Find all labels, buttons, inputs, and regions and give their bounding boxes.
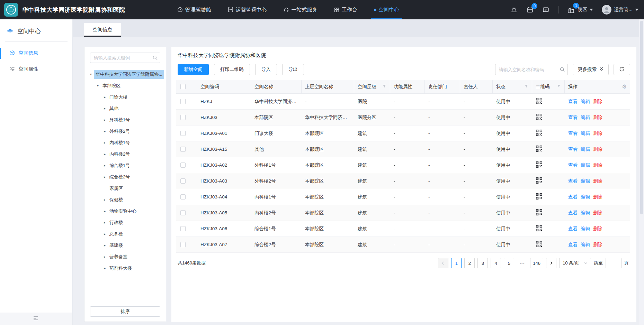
caret-right-icon[interactable]: ▸ — [102, 209, 108, 213]
tree-node[interactable]: ▸药剂科大楼 — [84, 262, 166, 274]
sidebar-collapse[interactable] — [0, 313, 72, 325]
page-size-select[interactable]: 10 条/页 — [559, 258, 591, 268]
next-page-button[interactable] — [546, 258, 556, 268]
view-link[interactable]: 查看 — [568, 242, 578, 247]
nav-item-workbench[interactable]: 工作台 — [334, 0, 357, 19]
caret-right-icon[interactable]: ▸ — [102, 141, 108, 145]
caret-down-icon[interactable]: ▾ — [88, 72, 94, 76]
tree-node-label[interactable]: 综合楼1号 — [108, 161, 132, 170]
caret-right-icon[interactable]: ▸ — [102, 255, 108, 259]
tree-node-label[interactable]: 药剂科大楼 — [108, 264, 134, 273]
pagination-page-146[interactable]: 146 — [530, 258, 543, 268]
more-search-button[interactable]: 更多搜索 — [573, 64, 609, 75]
view-link[interactable]: 查看 — [568, 226, 578, 231]
pagination-page-3[interactable]: 3 — [477, 258, 488, 268]
view-link[interactable]: 查看 — [568, 194, 578, 199]
prev-page-button[interactable] — [438, 258, 448, 268]
message-icon[interactable] — [542, 6, 549, 13]
delete-link[interactable]: 删除 — [593, 99, 602, 104]
calendar-icon[interactable]: 0 — [526, 6, 534, 13]
sidebar-item-space-info[interactable]: 空间信息 — [0, 45, 72, 61]
tree-node-label[interactable]: 本部院区 — [101, 81, 122, 90]
tab-space-info[interactable]: 空间信息 — [84, 23, 121, 37]
vertical-scrollbar[interactable] — [639, 19, 644, 325]
view-link[interactable]: 查看 — [568, 99, 578, 104]
tree-node-label[interactable]: 动物实验中心 — [108, 207, 138, 216]
row-checkbox[interactable] — [180, 162, 186, 168]
edit-link[interactable]: 编辑 — [581, 194, 590, 199]
edit-link[interactable]: 编辑 — [581, 147, 590, 152]
space-search-input[interactable] — [495, 64, 568, 75]
pagination-ellipsis[interactable]: ••• — [517, 258, 527, 268]
scrollbar-thumb[interactable] — [640, 21, 643, 214]
sort-button[interactable]: 排序 — [90, 306, 160, 317]
user-menu[interactable]: 运营管... — [602, 5, 638, 15]
qrcode-icon[interactable] — [536, 98, 543, 104]
add-space-button[interactable]: 新增空间 — [178, 64, 209, 75]
view-link[interactable]: 查看 — [568, 115, 578, 120]
tree-node[interactable]: ▸基建楼 — [84, 240, 166, 251]
qrcode-icon[interactable] — [536, 177, 543, 184]
caret-right-icon[interactable]: ▸ — [102, 243, 108, 247]
tree-node-label[interactable]: 门诊大楼 — [108, 93, 129, 102]
edit-link[interactable]: 编辑 — [581, 226, 590, 231]
filter-icon[interactable] — [382, 84, 386, 89]
qrcode-icon[interactable] — [536, 241, 543, 248]
tree-node[interactable]: ▸营养食堂 — [84, 251, 166, 262]
delete-link[interactable]: 删除 — [593, 210, 602, 215]
view-link[interactable]: 查看 — [568, 131, 578, 136]
row-checkbox[interactable] — [180, 147, 186, 152]
tree-node[interactable]: ▾华中科技大学同济医学院附属协... — [84, 68, 166, 80]
tree-node[interactable]: 家属区 — [84, 183, 166, 194]
pagination-page-1[interactable]: 1 — [451, 258, 462, 268]
refresh-button[interactable] — [614, 64, 630, 75]
edit-link[interactable]: 编辑 — [581, 162, 590, 168]
tree-node[interactable]: ▸门诊大楼 — [84, 91, 166, 103]
delete-link[interactable]: 删除 — [593, 115, 602, 120]
sidebar-item-space-attributes[interactable]: 空间属性 — [0, 61, 72, 77]
qrcode-icon[interactable] — [536, 209, 543, 216]
edit-link[interactable]: 编辑 — [581, 99, 590, 104]
tree-node[interactable]: ▸内科楼1号 — [84, 137, 166, 148]
row-checkbox[interactable] — [180, 131, 186, 136]
view-link[interactable]: 查看 — [568, 178, 578, 184]
filter-icon[interactable] — [557, 84, 561, 89]
tree-node[interactable]: ▾本部院区 — [84, 80, 166, 91]
caret-right-icon[interactable]: ▸ — [102, 198, 108, 202]
tree-node-label[interactable]: 行政楼 — [108, 218, 125, 227]
alarm-icon[interactable] — [510, 6, 518, 13]
nav-item-one-stop-service[interactable]: 一站式服务 — [284, 0, 317, 19]
nav-item-dashboard[interactable]: 管理驾驶舱 — [177, 0, 211, 19]
edit-link[interactable]: 编辑 — [581, 178, 590, 184]
tree-node[interactable]: ▸动物实验中心 — [84, 205, 166, 217]
pagination-page-5[interactable]: 5 — [504, 258, 514, 268]
tree-node-label[interactable]: 家属区 — [108, 184, 125, 193]
view-link[interactable]: 查看 — [568, 210, 578, 215]
caret-right-icon[interactable]: ▸ — [102, 175, 108, 179]
caret-right-icon[interactable]: ▸ — [102, 118, 108, 122]
caret-right-icon[interactable]: ▸ — [102, 164, 108, 167]
edit-link[interactable]: 编辑 — [581, 131, 590, 136]
row-checkbox[interactable] — [180, 178, 186, 184]
nav-item-operation-center[interactable]: 运营监督中心 — [228, 0, 267, 19]
tree-node[interactable]: ▸内科楼2号 — [84, 148, 166, 160]
tree-node[interactable]: ▸其他 — [84, 103, 166, 114]
pagination-page-2[interactable]: 2 — [464, 258, 475, 268]
tree-node[interactable]: ▸外科楼2号 — [84, 126, 166, 137]
delete-link[interactable]: 删除 — [593, 242, 602, 247]
delete-link[interactable]: 删除 — [593, 178, 602, 184]
row-checkbox[interactable] — [180, 226, 186, 231]
caret-right-icon[interactable]: ▸ — [102, 232, 108, 236]
caret-right-icon[interactable]: ▸ — [102, 266, 108, 270]
import-button[interactable]: 导入 — [255, 64, 277, 75]
caret-down-icon[interactable]: ▾ — [95, 84, 101, 87]
tree-node-label[interactable]: 外科楼2号 — [108, 127, 132, 136]
row-checkbox[interactable] — [180, 242, 186, 247]
tree-node-label[interactable]: 内科楼1号 — [108, 138, 132, 147]
caret-right-icon[interactable]: ▸ — [102, 152, 108, 156]
delete-link[interactable]: 删除 — [593, 194, 602, 199]
jump-page-input[interactable] — [606, 258, 621, 268]
qrcode-icon[interactable] — [536, 225, 543, 232]
tree-node-label[interactable]: 总务楼 — [108, 230, 125, 239]
qrcode-icon[interactable] — [536, 113, 543, 120]
